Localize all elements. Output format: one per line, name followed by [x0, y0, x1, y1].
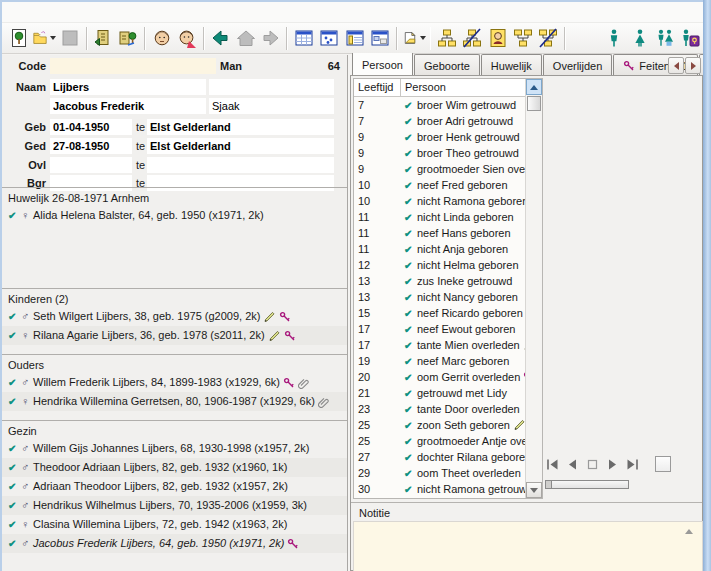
menu-item[interactable] [104, 10, 120, 14]
person-row[interactable]: ✔♀Rilana Agarie Lijbers, 36, geb. 1978 (… [2, 326, 347, 345]
event-row[interactable]: 10✔neef Fred geboren [354, 177, 526, 193]
tab[interactable]: Geboorte [414, 54, 480, 75]
navigator-slider[interactable] [545, 480, 629, 489]
event-list-scrollbar[interactable] [525, 79, 542, 498]
birth-place-input[interactable] [147, 119, 334, 135]
column-header-leeftijd[interactable]: Leeftijd [354, 79, 401, 96]
scrollbar-thumb[interactable] [527, 96, 541, 111]
woman-figure-button[interactable] [627, 25, 652, 51]
person-book-button[interactable] [678, 25, 703, 51]
person-row[interactable]: ✔♂Willem Gijs Johannes Lijbers, 68, 1930… [2, 439, 347, 458]
report-page-button[interactable] [401, 25, 427, 51]
nickname-input[interactable] [209, 98, 334, 114]
event-row[interactable]: 25✔zoon Seth geboren [354, 417, 526, 433]
event-row[interactable]: 25✔grootmoeder Antje overleden [354, 433, 526, 449]
event-row[interactable]: 9✔grootmoeder Sien overleden [354, 161, 526, 177]
surname-input[interactable] [50, 79, 206, 95]
event-row[interactable]: 17✔neef Ewout geboren [354, 321, 526, 337]
event-row[interactable]: 7✔broer Adri getrouwd [354, 113, 526, 129]
menu-item[interactable] [8, 10, 24, 14]
event-row[interactable]: 11✔nicht Linda geboren [354, 209, 526, 225]
birth-date-input[interactable] [50, 119, 132, 135]
event-row[interactable]: 10✔nicht Ramona geboren [354, 193, 526, 209]
menu-item[interactable] [40, 10, 56, 14]
export-box-button[interactable] [91, 25, 116, 51]
event-row[interactable]: 9✔broer Theo getrouwd [354, 145, 526, 161]
tab-scroll-left-button[interactable] [668, 57, 684, 74]
report-dropdown-caret[interactable] [420, 36, 426, 40]
death-date-input[interactable] [50, 157, 132, 173]
code-input[interactable] [50, 58, 216, 74]
person-row[interactable]: ✔♀Clasina Willemina Lijbers, 72, geb. 19… [2, 515, 347, 534]
menu-item[interactable] [24, 10, 40, 14]
scroll-up-button[interactable] [526, 79, 542, 95]
event-row[interactable]: 21✔getrouwd met Lidy [354, 385, 526, 401]
tab[interactable]: Overlijden [543, 54, 613, 75]
person-row[interactable]: ✔♂Willem Frederik Lijbers, 84, 1899-1983… [2, 373, 347, 392]
event-row[interactable]: 20✔oom Gerrit overleden [354, 369, 526, 385]
person-row[interactable]: ✔♂Theodoor Adriaan Lijbers, 82, geb. 193… [2, 458, 347, 477]
event-row[interactable]: 12✔nicht Helma geboren [354, 257, 526, 273]
home-button[interactable] [233, 25, 258, 51]
nav-stop-button[interactable] [585, 457, 600, 472]
surname2-input[interactable] [209, 79, 334, 95]
event-row[interactable]: 29✔oom Theet overleden [354, 465, 526, 481]
event-row[interactable]: 27✔dochter Rilana geboren [354, 449, 526, 465]
event-row[interactable]: 9✔broer Henk getrouwd [354, 129, 526, 145]
event-row[interactable]: 15✔neef Ricardo geboren [354, 305, 526, 321]
view-table-button[interactable] [291, 25, 316, 51]
event-row[interactable]: 19✔neef Marc geboren [354, 353, 526, 369]
view-form-button[interactable] [367, 25, 392, 51]
portrait-photo-button[interactable] [485, 25, 510, 51]
slider-thumb[interactable] [546, 481, 552, 488]
event-row[interactable]: 13✔nicht Nancy geboren [354, 289, 526, 305]
view-chart-button[interactable] [317, 25, 342, 51]
menu-item[interactable] [72, 10, 88, 14]
nav-first-button[interactable] [545, 457, 560, 472]
baptism-date-input[interactable] [50, 138, 132, 154]
male-face-button[interactable] [149, 25, 174, 51]
open-folder-button[interactable] [31, 25, 57, 51]
person-row[interactable]: ✔♂Adriaan Theodoor Lijbers, 82, geb. 193… [2, 477, 347, 496]
note-textarea[interactable] [353, 521, 703, 571]
menu-item[interactable] [88, 10, 104, 14]
nav-prev-button[interactable] [565, 457, 580, 472]
forward-arrow-button[interactable] [258, 25, 283, 51]
death-place-input[interactable] [147, 157, 334, 173]
open-dropdown-caret[interactable] [50, 36, 56, 40]
person-row[interactable]: ✔♂Hendrikus Wilhelmus Lijbers, 70, 1935-… [2, 496, 347, 515]
event-row[interactable]: 11✔neef Hans geboren [354, 225, 526, 241]
navigator-checkbox[interactable] [655, 456, 671, 472]
view-list-button[interactable] [342, 25, 367, 51]
event-row[interactable]: 23✔tante Door overleden [354, 401, 526, 417]
event-row[interactable]: 7✔broer Wim getrouwd [354, 97, 526, 113]
scroll-down-button[interactable] [526, 482, 542, 498]
event-row[interactable]: 11✔nicht Anja geboren [354, 241, 526, 257]
descendant-chart-crossed-button[interactable] [536, 25, 561, 51]
event-row[interactable]: 30✔nicht Ramona getrouwd [354, 481, 526, 497]
tab[interactable]: Huwelijk [481, 54, 542, 75]
save-button[interactable] [57, 25, 82, 51]
nav-last-button[interactable] [625, 457, 640, 472]
pedigree-chart-crossed-button[interactable] [460, 25, 485, 51]
tab-scroll-right-button[interactable] [685, 57, 701, 74]
couple-figures-button[interactable] [652, 25, 677, 51]
nav-next-button[interactable] [605, 457, 620, 472]
menu-item[interactable] [56, 10, 72, 14]
descendant-chart-button[interactable] [510, 25, 535, 51]
column-header-persoon[interactable]: Persoon [401, 79, 526, 96]
event-row[interactable]: 13✔zus Ineke getrouwd [354, 273, 526, 289]
given-names-input[interactable] [50, 98, 206, 114]
baptism-place-input[interactable] [147, 138, 334, 154]
menu-item[interactable] [120, 10, 136, 14]
female-face-button[interactable] [174, 25, 199, 51]
import-tree-button[interactable] [116, 25, 141, 51]
person-row[interactable]: ✔♀Hendrika Willemina Gerretsen, 80, 1906… [2, 392, 347, 411]
new-tree-button[interactable] [6, 25, 31, 51]
man-figure-button[interactable] [602, 25, 627, 51]
note-scroll-up[interactable] [683, 525, 695, 537]
event-row[interactable]: 17✔tante Mien overleden [354, 337, 526, 353]
person-row[interactable]: ✔♀Alida Helena Balster, 64, geb. 1950 (x… [2, 206, 347, 225]
person-row[interactable]: ✔♂Seth Wilgert Lijbers, 38, geb. 1975 (g… [2, 307, 347, 326]
person-row[interactable]: ✔♂Jacobus Frederik Lijbers, 64, geb. 195… [2, 534, 347, 553]
